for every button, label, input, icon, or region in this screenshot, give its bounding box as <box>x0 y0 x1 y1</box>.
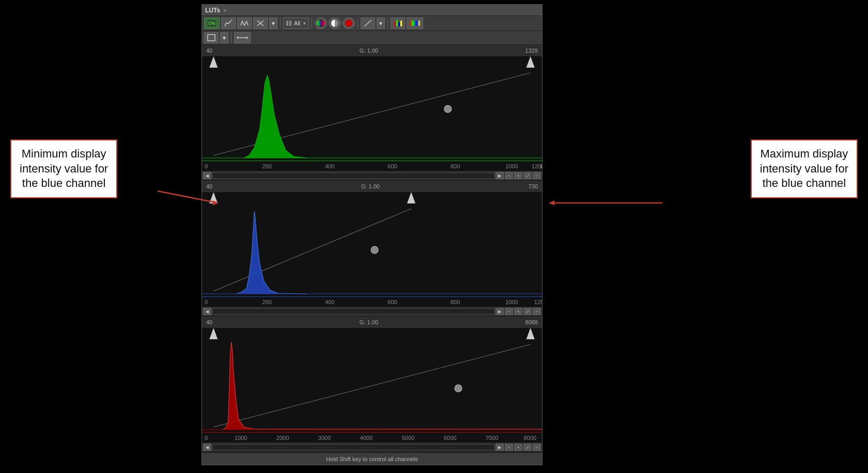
wave-button[interactable] <box>237 18 252 29</box>
svg-marker-23 <box>526 56 535 68</box>
red-fit[interactable]: ⤢ <box>523 444 532 451</box>
svg-text:600: 600 <box>388 163 397 169</box>
svg-text:0: 0 <box>205 163 208 169</box>
svg-text:1: 1 <box>539 163 542 169</box>
max-annotation-box: Maximum displayintensity value forthe bl… <box>751 139 858 198</box>
red-scroll-right[interactable]: ▶ <box>495 444 504 451</box>
green-scrollbar: ◀ ▶ − + ⤢ ↔ <box>202 171 542 180</box>
svg-rect-13 <box>394 21 396 26</box>
svg-text:ON: ON <box>208 21 215 26</box>
red-graph <box>202 339 542 432</box>
dropdown-arrow: ▼ <box>302 21 306 26</box>
svg-marker-64 <box>549 200 554 206</box>
red-min-triangle <box>209 328 218 339</box>
luts-window: LUTs × ON ▼ <box>202 4 542 465</box>
blue-scroll-left[interactable]: ◀ <box>203 308 211 315</box>
blue-gamma: G: 1.00 <box>361 183 380 190</box>
svg-marker-21 <box>246 36 248 39</box>
graph-line-button[interactable] <box>361 18 375 29</box>
red-zoom-out[interactable]: − <box>505 444 513 451</box>
red-x-axis: 0 1000 2000 3000 4000 5000 6000 7000 800… <box>202 432 542 443</box>
x-button[interactable] <box>253 18 268 29</box>
blue-channel-header: 40 G: 1.00 730 <box>202 181 542 192</box>
green-scroll-left[interactable]: ◀ <box>203 172 211 179</box>
blue-channel-panel: 40 G: 1.00 730 <box>202 181 542 317</box>
svg-point-38 <box>371 246 378 254</box>
blue-zoom-out[interactable]: − <box>505 308 513 315</box>
red-max-value: 8088 <box>525 319 538 325</box>
svg-rect-4 <box>286 21 288 26</box>
green-circle-button[interactable] <box>315 18 327 29</box>
square-button[interactable] <box>204 32 219 43</box>
svg-rect-15 <box>398 22 400 26</box>
separator5 <box>231 33 231 43</box>
red-channel-header: 40 G: 1.00 8088 <box>202 317 542 328</box>
svg-rect-16 <box>400 21 402 26</box>
bars-button[interactable] <box>391 18 405 29</box>
svg-text:800: 800 <box>451 299 460 305</box>
svg-point-50 <box>455 385 462 392</box>
title-bar: LUTs × <box>202 5 542 16</box>
svg-marker-20 <box>237 36 238 39</box>
svg-text:8000: 8000 <box>524 435 537 441</box>
on-button[interactable]: ON <box>204 18 220 29</box>
red-gamma: G: 1.00 <box>360 319 378 325</box>
blue-scroll-track[interactable] <box>212 308 494 314</box>
svg-text:2000: 2000 <box>276 435 289 441</box>
blue-min-value: 40 <box>206 183 212 190</box>
red-scroll-track[interactable] <box>212 444 494 450</box>
blue-max-triangle <box>407 192 415 203</box>
green-fit[interactable]: ⤢ <box>523 172 532 179</box>
blue-zoom-in[interactable]: + <box>514 308 522 315</box>
red-channel-panel: 40 G: 1.00 8088 <box>202 317 542 452</box>
window-title: LUTs <box>205 7 220 14</box>
svg-text:800: 800 <box>451 163 460 169</box>
green-expand[interactable]: ↔ <box>533 172 541 179</box>
status-bar: Hold Shift key to control all channels <box>202 452 542 465</box>
red-max-triangle <box>526 328 535 339</box>
min-annotation-box: Minimum displayintensity value forthe bl… <box>10 139 117 198</box>
linear-button[interactable] <box>221 18 236 29</box>
blue-expand[interactable]: ↔ <box>533 308 541 315</box>
toolbar-row1: ON ▼ All ▼ <box>202 16 542 31</box>
svg-rect-14 <box>396 20 398 26</box>
all-dropdown[interactable]: All ▼ <box>283 18 309 29</box>
blue-scroll-right[interactable]: ▶ <box>495 308 504 315</box>
svg-text:1: 1 <box>541 299 542 305</box>
svg-text:3000: 3000 <box>318 435 331 441</box>
graph-dropdown-button[interactable]: ▼ <box>377 18 385 29</box>
green-max-value: 1329 <box>525 48 538 54</box>
svg-point-26 <box>444 105 452 113</box>
x-dropdown-button[interactable]: ▼ <box>269 18 277 29</box>
red-scrollbar: ◀ ▶ − + ⤢ ↔ <box>202 443 542 452</box>
red-min-value: 40 <box>206 319 212 325</box>
red-circle-button[interactable] <box>343 18 355 29</box>
status-text: Hold Shift key to control all channels <box>326 456 417 462</box>
arrows-button[interactable] <box>234 32 251 43</box>
green-zoom-out[interactable]: − <box>505 172 513 179</box>
green-scroll-right[interactable]: ▶ <box>495 172 504 179</box>
dropdown-label: All <box>294 20 300 26</box>
green-channel-panel: 40 G: 1.00 1329 <box>202 45 542 181</box>
square-dropdown-button[interactable]: ▼ <box>220 32 228 43</box>
green-scroll-track[interactable] <box>212 172 494 179</box>
half-circle-button[interactable] <box>329 18 341 29</box>
gradient-button[interactable] <box>407 18 423 29</box>
green-min-value: 40 <box>206 48 212 54</box>
separator3 <box>358 18 358 28</box>
svg-line-12 <box>364 20 371 26</box>
separator2 <box>312 18 312 28</box>
green-zoom-in[interactable]: + <box>514 172 522 179</box>
red-scroll-left[interactable]: ◀ <box>203 444 211 451</box>
channels-container: 40 G: 1.00 1329 <box>202 45 542 452</box>
blue-fit[interactable]: ⤢ <box>523 308 532 315</box>
red-expand[interactable]: ↔ <box>533 444 541 451</box>
red-zoom-in[interactable]: + <box>514 444 522 451</box>
svg-rect-17 <box>410 21 420 26</box>
blue-scrollbar: ◀ ▶ − + ⤢ ↔ <box>202 307 542 316</box>
max-annotation-text: Maximum displayintensity value forthe bl… <box>760 147 848 190</box>
min-annotation-text: Minimum displayintensity value forthe bl… <box>20 147 108 190</box>
close-button[interactable]: × <box>223 7 226 13</box>
blue-x-axis: 0 200 400 600 800 1000 1200 1 <box>202 296 542 307</box>
green-gamma: G: 1.00 <box>360 48 378 54</box>
